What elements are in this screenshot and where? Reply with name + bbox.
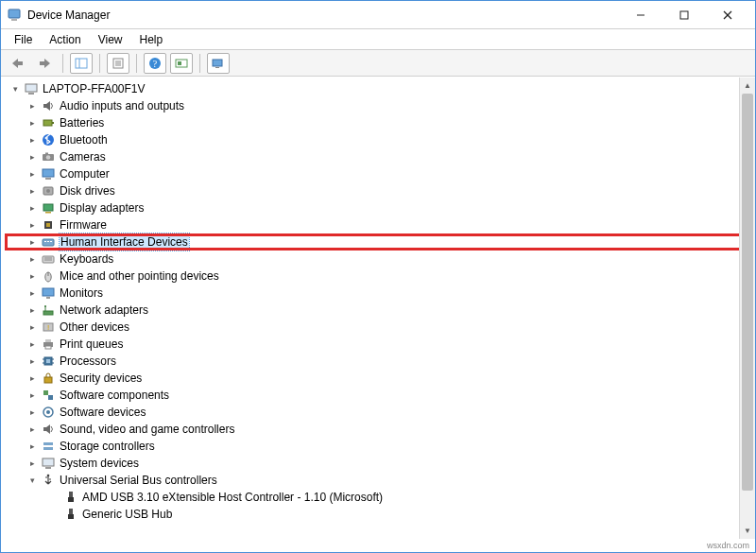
tree-item-label: Disk drives	[60, 182, 115, 199]
storage-icon	[41, 439, 56, 454]
back-button[interactable]	[7, 53, 29, 74]
system-icon	[41, 456, 56, 471]
svg-rect-56	[45, 339, 51, 342]
speaker-icon	[41, 98, 56, 113]
svg-rect-66	[48, 395, 53, 400]
svg-text:?: ?	[153, 59, 158, 69]
devices-by-connection-button[interactable]	[207, 53, 230, 74]
svg-rect-20	[213, 60, 222, 66]
tree-category[interactable]: ▸Network adapters	[5, 302, 755, 319]
expand-toggle[interactable]: ▸	[26, 167, 39, 181]
tree-category[interactable]: ▸Cameras	[5, 148, 755, 165]
svg-marker-24	[43, 101, 50, 111]
scroll-track[interactable]	[740, 94, 755, 523]
tree-category[interactable]: ▸Software devices	[5, 404, 755, 421]
expand-toggle[interactable]: ▸	[26, 133, 39, 147]
tree-category[interactable]: ▸Monitors	[5, 285, 755, 302]
scroll-up-button[interactable]: ▲	[740, 78, 755, 94]
expand-toggle[interactable]: ▸	[26, 320, 39, 334]
expand-toggle[interactable]: ▸	[26, 218, 39, 232]
tree-category-usb[interactable]: ▾ Universal Serial Bus controllers	[5, 472, 755, 489]
svg-rect-71	[43, 447, 53, 450]
close-button[interactable]	[706, 1, 749, 29]
tree-category[interactable]: ▸Computer	[5, 165, 755, 182]
tree-root[interactable]: ▾ LAPTOP-FFA00F1V	[5, 80, 755, 97]
svg-marker-8	[44, 59, 50, 68]
tree-category[interactable]: ▸System devices	[5, 455, 755, 472]
toolbar-separator	[136, 54, 137, 73]
scroll-thumb[interactable]	[742, 94, 753, 491]
tree-item-label: Cameras	[60, 148, 106, 165]
computer-icon	[41, 166, 56, 181]
tree-category[interactable]: ▸Human Interface Devices	[5, 233, 755, 251]
expand-toggle[interactable]: ▸	[26, 457, 39, 470]
vertical-scrollbar[interactable]: ▲ ▼	[739, 78, 755, 539]
maximize-button[interactable]	[662, 1, 706, 29]
expand-toggle[interactable]: ▸	[26, 99, 39, 112]
expand-toggle[interactable]: ▸	[26, 269, 39, 283]
tree-item-label: Software devices	[60, 404, 146, 421]
tree-category[interactable]: ▸Firmware	[5, 216, 755, 233]
expand-toggle[interactable]: ▸	[26, 150, 39, 164]
tree-category[interactable]: ▸Storage controllers	[5, 438, 755, 455]
svg-rect-41	[47, 241, 49, 242]
show-hide-tree-button[interactable]	[70, 53, 93, 74]
tree-category[interactable]: ▸Print queues	[5, 336, 755, 353]
expand-toggle[interactable]: ▸	[26, 440, 39, 453]
menu-view[interactable]: View	[91, 31, 130, 48]
expand-toggle[interactable]: ▸	[26, 235, 39, 249]
tree-item-label: Other devices	[60, 319, 129, 336]
mouse-icon	[41, 268, 56, 284]
expand-toggle[interactable]: ▸	[26, 286, 39, 300]
tree-child-usb[interactable]: Generic USB Hub	[5, 506, 755, 523]
tree-category[interactable]: ▸Display adapters	[5, 199, 755, 216]
expand-toggle[interactable]: ▸	[26, 406, 39, 419]
expand-toggle[interactable]: ▸	[26, 303, 39, 317]
expand-toggle[interactable]: ▸	[26, 423, 39, 436]
expand-toggle[interactable]: ▾	[26, 474, 39, 487]
expand-toggle[interactable]: ▸	[26, 337, 39, 351]
expand-toggle[interactable]: ▸	[26, 354, 39, 368]
tree-category[interactable]: ▸Software components	[5, 387, 755, 404]
tree-item-label: AMD USB 3.10 eXtensible Host Controller …	[82, 489, 383, 506]
menu-file[interactable]: File	[7, 31, 40, 48]
tree-category[interactable]: ▸Sound, video and game controllers	[5, 421, 755, 438]
expand-toggle[interactable]: ▸	[26, 201, 39, 215]
svg-rect-38	[46, 223, 50, 227]
toolbar-separator	[62, 54, 63, 73]
menu-help[interactable]: Help	[132, 31, 171, 48]
expand-toggle[interactable]: ▸	[26, 116, 39, 130]
minimize-button[interactable]	[619, 1, 662, 29]
svg-point-29	[46, 155, 51, 160]
monitor-icon	[41, 285, 56, 301]
tree-child-usb[interactable]: AMD USB 3.10 eXtensible Host Controller …	[5, 489, 755, 506]
expand-toggle[interactable]: ▸	[26, 184, 39, 198]
expand-toggle[interactable]: ▸	[26, 389, 39, 402]
tree-category[interactable]: ▸Bluetooth	[5, 131, 755, 148]
svg-rect-32	[45, 178, 51, 180]
help-button[interactable]: ?	[144, 53, 166, 74]
menu-action[interactable]: Action	[42, 31, 88, 48]
expand-toggle[interactable]: ▸	[26, 372, 39, 385]
tree-category[interactable]: ▸Audio inputs and outputs	[5, 97, 755, 114]
tree-category[interactable]: ▸!Other devices	[5, 319, 755, 336]
tree-category[interactable]: ▸Security devices	[5, 370, 755, 387]
device-tree[interactable]: ▾ LAPTOP-FFA00F1V ▸Audio inputs and outp…	[1, 77, 755, 523]
forward-button[interactable]	[33, 53, 56, 74]
expand-toggle[interactable]: ▸	[26, 252, 39, 266]
svg-rect-77	[69, 509, 73, 514]
app-icon	[7, 8, 22, 23]
tree-category[interactable]: ▸Processors	[5, 353, 755, 370]
svg-rect-0	[9, 9, 20, 18]
tree-item-label: Storage controllers	[60, 438, 155, 455]
tree-category[interactable]: ▸Keyboards	[5, 251, 755, 268]
scroll-down-button[interactable]: ▼	[740, 523, 755, 539]
scan-hardware-button[interactable]	[170, 53, 193, 74]
tree-pane[interactable]: ▾ LAPTOP-FFA00F1V ▸Audio inputs and outp…	[1, 77, 755, 539]
tree-category[interactable]: ▸Disk drives	[5, 182, 755, 199]
usb-icon	[41, 473, 56, 488]
expand-toggle[interactable]: ▾	[9, 82, 22, 95]
tree-category[interactable]: ▸Batteries	[5, 114, 755, 131]
properties-button[interactable]	[107, 53, 129, 74]
tree-category[interactable]: ▸Mice and other pointing devices	[5, 268, 755, 285]
